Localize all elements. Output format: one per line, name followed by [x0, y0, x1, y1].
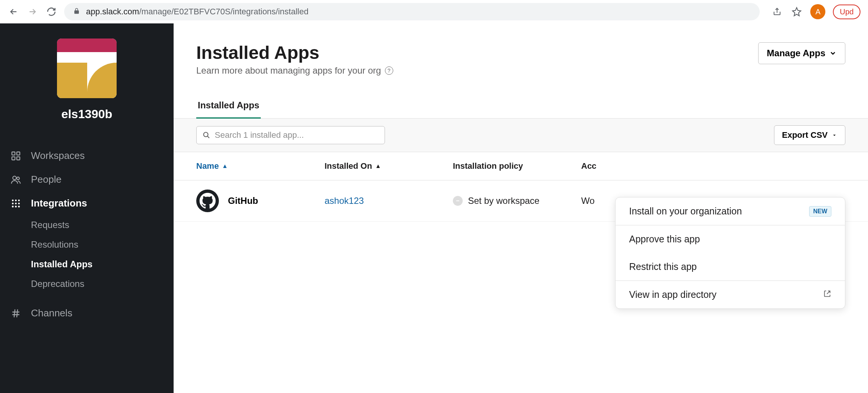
svg-rect-2: [12, 157, 15, 160]
menu-restrict-app[interactable]: Restrict this app: [616, 253, 845, 280]
search-box[interactable]: [196, 126, 385, 144]
svg-point-6: [12, 199, 14, 201]
cell-app-name[interactable]: GitHub: [196, 190, 325, 212]
page-title: Installed Apps: [196, 42, 393, 63]
sidebar-item-label: People: [31, 174, 62, 185]
column-installed-on[interactable]: Installed On ▲: [325, 161, 453, 171]
column-name[interactable]: Name ▲: [196, 161, 325, 171]
svg-point-11: [18, 202, 20, 204]
caret-down-icon: [831, 132, 837, 138]
sidebar-item-label: Channels: [31, 307, 72, 319]
svg-point-8: [18, 199, 20, 201]
sidebar-sub-deprecations[interactable]: Deprecations: [0, 274, 174, 294]
menu-approve-app[interactable]: Approve this app: [616, 225, 845, 253]
svg-point-13: [15, 205, 17, 207]
org-header: els1390b: [0, 39, 174, 121]
svg-rect-0: [12, 152, 15, 155]
svg-point-12: [12, 205, 14, 207]
svg-rect-1: [17, 152, 20, 155]
integrations-icon: [10, 198, 22, 209]
back-button[interactable]: [8, 6, 20, 18]
sidebar-sub-resolutions[interactable]: Resolutions: [0, 235, 174, 254]
url-text: app.slack.com/manage/E02TBFVC70S/integra…: [86, 7, 308, 17]
svg-point-9: [12, 202, 14, 204]
sidebar-item-workspaces[interactable]: Workspaces: [0, 144, 174, 168]
svg-point-14: [18, 205, 20, 207]
hash-icon: [10, 308, 22, 319]
manage-apps-button[interactable]: Manage Apps: [758, 42, 845, 64]
cell-policy: Set by workspace: [453, 196, 581, 206]
svg-point-15: [204, 133, 208, 137]
grid-icon: [10, 151, 22, 161]
table-header: Name ▲ Installed On ▲ Installation polic…: [174, 152, 868, 180]
search-input[interactable]: [215, 130, 379, 140]
main-content: Installed Apps Learn more about managing…: [174, 23, 868, 393]
share-icon[interactable]: [771, 6, 783, 18]
profile-avatar[interactable]: A: [810, 4, 825, 19]
forward-button[interactable]: [26, 6, 38, 18]
sidebar-item-people[interactable]: People: [0, 168, 174, 191]
sidebar-item-channels[interactable]: Channels: [0, 301, 174, 325]
browser-toolbar: app.slack.com/manage/E02TBFVC70S/integra…: [0, 0, 868, 23]
chevron-down-icon: [829, 49, 837, 57]
address-bar[interactable]: app.slack.com/manage/E02TBFVC70S/integra…: [64, 3, 760, 20]
menu-install-on-org[interactable]: Install on your organization NEW: [616, 197, 845, 225]
github-icon: [196, 190, 219, 212]
tabs: Installed Apps: [174, 95, 868, 119]
lock-icon: [73, 7, 80, 17]
svg-point-10: [15, 202, 17, 204]
column-access[interactable]: Acc: [581, 161, 845, 171]
sidebar-item-label: Integrations: [31, 197, 87, 209]
row-actions-menu: Install on your organization NEW Approve…: [615, 197, 845, 309]
menu-view-directory[interactable]: View in app directory: [616, 281, 845, 308]
external-link-icon: [823, 289, 831, 300]
tab-installed-apps[interactable]: Installed Apps: [196, 95, 261, 119]
policy-status-icon: [453, 196, 463, 206]
org-name: els1390b: [61, 107, 112, 121]
org-logo: [57, 39, 117, 98]
sort-asc-icon: ▲: [222, 163, 228, 170]
sidebar-item-integrations[interactable]: Integrations: [0, 191, 174, 215]
sidebar-sub-installed-apps[interactable]: Installed Apps: [0, 254, 174, 274]
sort-asc-icon: ▲: [375, 163, 381, 170]
cell-installed-on[interactable]: ashok123: [325, 196, 453, 206]
svg-rect-3: [17, 157, 20, 160]
people-icon: [10, 174, 22, 185]
toolbar: Export CSV: [174, 119, 868, 152]
export-csv-button[interactable]: Export CSV: [774, 125, 845, 145]
sidebar: els1390b Workspaces People Integrations …: [0, 23, 174, 393]
bookmark-star-icon[interactable]: [791, 6, 803, 18]
svg-point-7: [15, 199, 17, 201]
sidebar-item-label: Workspaces: [31, 150, 85, 162]
reload-button[interactable]: [45, 6, 57, 18]
page-subtitle: Learn more about managing apps for your …: [196, 65, 393, 76]
column-policy[interactable]: Installation policy: [453, 161, 581, 171]
app-name-text: GitHub: [228, 196, 258, 206]
update-button[interactable]: Upd: [833, 5, 860, 19]
svg-point-4: [13, 176, 16, 179]
help-icon[interactable]: ?: [385, 66, 393, 75]
avatar-letter: A: [816, 8, 820, 16]
svg-point-5: [17, 177, 19, 180]
new-badge: NEW: [809, 206, 831, 217]
sidebar-sub-requests[interactable]: Requests: [0, 215, 174, 235]
search-icon: [203, 131, 210, 139]
